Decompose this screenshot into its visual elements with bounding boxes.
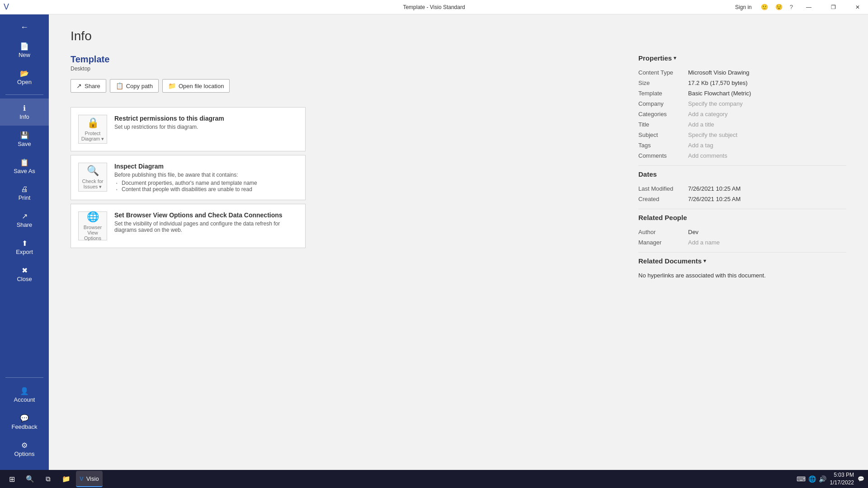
open-location-label: Open file location xyxy=(179,83,224,89)
sad-icon[interactable]: 😟 xyxy=(774,2,784,12)
taskbar: ⊞ 🔍 ⧉ 📁 V Visio ⌨ 🌐 🔊 5:03 PM 1/17/2022 … xyxy=(0,470,868,488)
sidebar-item-open-label: Open xyxy=(17,79,32,85)
browser-view-card[interactable]: 🌐 Browser ViewOptions Set Browser View O… xyxy=(71,204,306,248)
prop-comments[interactable]: Comments Add comments xyxy=(638,150,846,161)
prop-value-subject[interactable]: Specify the subject xyxy=(688,131,737,138)
prop-label-last-modified: Last Modified xyxy=(638,185,688,192)
prop-value-last-modified: 7/26/2021 10:25 AM xyxy=(688,185,741,192)
sidebar-divider-2 xyxy=(5,377,43,378)
main-content: Info Template Desktop ↗ Share 📋 Copy pat… xyxy=(49,14,868,470)
share-btn-icon: ↗ xyxy=(76,82,82,89)
browser-card-desc: Set the visibility of individual pages a… xyxy=(114,221,298,233)
close-doc-icon: ✖ xyxy=(22,266,28,275)
restore-button[interactable]: ❐ xyxy=(823,0,844,14)
search-taskbar-button[interactable]: 🔍 xyxy=(22,471,38,487)
action-buttons: ↗ Share 📋 Copy path 📁 Open file location xyxy=(71,79,617,93)
taskbar-system-icons: ⌨ 🌐 🔊 xyxy=(797,475,826,483)
sidebar-item-close[interactable]: ✖ Close xyxy=(0,261,49,288)
sidebar-item-print-label: Print xyxy=(19,194,31,201)
check-issues-icon: 🔍 xyxy=(87,165,99,177)
inspect-icon-box: 🔍 Check forIssues ▾ xyxy=(78,163,107,192)
prop-value-title[interactable]: Add a title xyxy=(688,121,714,128)
open-location-button[interactable]: 📁 Open file location xyxy=(162,79,230,93)
prop-label-template: Template xyxy=(638,90,688,97)
task-view-button[interactable]: ⧉ xyxy=(40,471,56,487)
back-button[interactable]: ← xyxy=(0,18,49,37)
feedback-icon: 💬 xyxy=(20,414,29,422)
file-explorer-button[interactable]: 📁 xyxy=(58,471,74,487)
related-docs-note-text: No hyperlinks are associated with this d… xyxy=(638,272,766,279)
related-docs-title: Related Documents ▾ xyxy=(638,257,846,265)
sidebar-item-share[interactable]: ↗ Share xyxy=(0,206,49,234)
sidebar-item-feedback[interactable]: 💬 Feedback xyxy=(0,408,49,436)
keyboard-icon[interactable]: ⌨ xyxy=(797,475,806,483)
copy-path-label: Copy path xyxy=(126,83,153,89)
prop-label-comments: Comments xyxy=(638,152,688,159)
sidebar-item-save-as[interactable]: 📋 Save As xyxy=(0,153,49,180)
protect-diagram-card[interactable]: 🔒 ProtectDiagram ▾ Restrict permissions … xyxy=(71,107,306,151)
notification-icon[interactable]: 💬 xyxy=(858,476,864,482)
prop-categories[interactable]: Categories Add a category xyxy=(638,109,846,119)
taskbar-clock[interactable]: 5:03 PM 1/17/2022 xyxy=(830,471,854,487)
sidebar-item-save[interactable]: 💾 Save xyxy=(0,126,49,153)
sidebar-item-open[interactable]: 📂 Open xyxy=(0,64,49,91)
sidebar-item-info-label: Info xyxy=(19,113,29,120)
prop-value-comments[interactable]: Add comments xyxy=(688,152,727,159)
right-column: Properties ▾ Content Type Microsoft Visi… xyxy=(638,54,846,281)
file-title: Template xyxy=(71,54,617,65)
protect-icon-label: ProtectDiagram ▾ xyxy=(81,131,104,142)
prop-divider-dates xyxy=(638,165,846,166)
help-icon[interactable]: ? xyxy=(788,2,795,12)
prop-value-size: 17.2 Kb (17,570 bytes) xyxy=(688,80,748,86)
prop-last-modified: Last Modified 7/26/2021 10:25 AM xyxy=(638,183,846,194)
taskbar-right: ⌨ 🌐 🔊 5:03 PM 1/17/2022 💬 xyxy=(797,471,864,487)
prop-label-tags: Tags xyxy=(638,142,688,149)
smiley-icon[interactable]: 🙂 xyxy=(759,2,770,12)
prop-size: Size 17.2 Kb (17,570 bytes) xyxy=(638,78,846,88)
inspect-diagram-card[interactable]: 🔍 Check forIssues ▾ Inspect Diagram Befo… xyxy=(71,155,306,200)
sign-in-button[interactable]: Sign in xyxy=(731,2,755,12)
prop-divider-people xyxy=(638,209,846,209)
share-icon: ↗ xyxy=(22,212,28,221)
visio-taskbar-app[interactable]: V Visio xyxy=(76,471,103,487)
sidebar-item-info[interactable]: ℹ Info xyxy=(0,99,49,126)
network-icon[interactable]: 🌐 xyxy=(808,475,816,483)
prop-label-created: Created xyxy=(638,196,688,202)
prop-value-company[interactable]: Specify the company xyxy=(688,100,743,107)
inspect-card-desc: Before publishing this file, be aware th… xyxy=(114,172,257,178)
sidebar-item-export[interactable]: ⬆ Export xyxy=(0,234,49,261)
prop-value-manager[interactable]: Add a name xyxy=(688,239,720,246)
sidebar-item-save-label: Save xyxy=(18,141,31,147)
prop-subject[interactable]: Subject Specify the subject xyxy=(638,130,846,140)
share-button[interactable]: ↗ Share xyxy=(71,79,106,93)
prop-company[interactable]: Company Specify the company xyxy=(638,99,846,109)
close-button[interactable]: ✕ xyxy=(847,0,868,14)
sidebar-item-options[interactable]: ⚙ Options xyxy=(0,436,49,463)
prop-value-tags[interactable]: Add a tag xyxy=(688,142,713,149)
save-icon: 💾 xyxy=(20,131,29,140)
related-docs-note: No hyperlinks are associated with this d… xyxy=(638,270,846,281)
back-icon: ← xyxy=(20,23,28,32)
sidebar-item-new[interactable]: 📄 New xyxy=(0,37,49,64)
app-logo-icon: V xyxy=(4,2,9,12)
prop-title[interactable]: Title Add a title xyxy=(638,119,846,130)
volume-icon[interactable]: 🔊 xyxy=(819,475,826,483)
prop-created: Created 7/26/2021 10:25 AM xyxy=(638,194,846,204)
print-icon: 🖨 xyxy=(21,185,28,193)
two-column-layout: Template Desktop ↗ Share 📋 Copy path 📁 O… xyxy=(71,54,846,281)
prop-label-content-type: Content Type xyxy=(638,69,688,76)
page-title: Info xyxy=(71,29,846,43)
copy-path-button[interactable]: 📋 Copy path xyxy=(110,79,159,93)
prop-value-categories[interactable]: Add a category xyxy=(688,111,727,117)
minimize-button[interactable]: — xyxy=(798,0,819,14)
title-bar-controls: Sign in 🙂 😟 ? — ❐ ✕ xyxy=(731,0,868,14)
start-button[interactable]: ⊞ xyxy=(4,471,20,487)
sidebar-item-account[interactable]: 👤 Account xyxy=(0,381,49,408)
browser-card-title: Set Browser View Options and Check Data … xyxy=(114,211,298,219)
prop-manager[interactable]: Manager Add a name xyxy=(638,237,846,248)
open-location-icon: 📁 xyxy=(168,82,176,89)
prop-template: Template Basic Flowchart (Metric) xyxy=(638,88,846,99)
sidebar-item-options-label: Options xyxy=(14,450,35,457)
prop-tags[interactable]: Tags Add a tag xyxy=(638,140,846,150)
sidebar-item-print[interactable]: 🖨 Print xyxy=(0,180,49,206)
